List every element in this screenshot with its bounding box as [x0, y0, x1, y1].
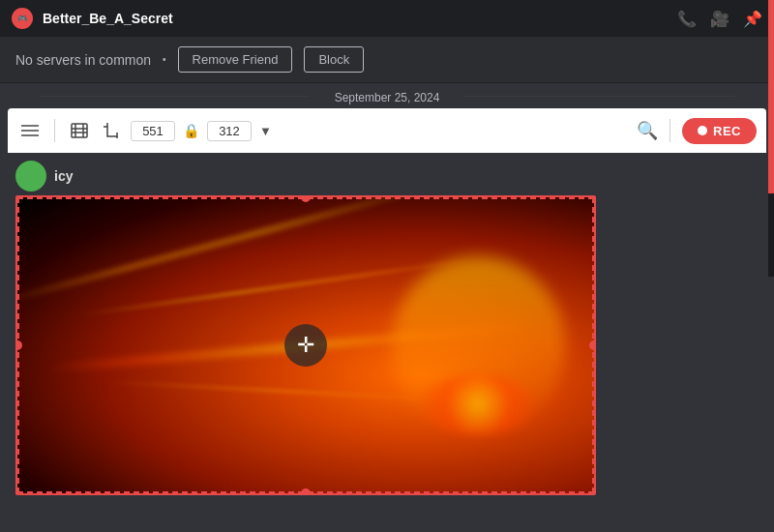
page-title: Better_Be_A_Secret [43, 11, 668, 26]
handle-right-center[interactable] [589, 340, 596, 350]
username-label: icy [54, 168, 73, 184]
width-input[interactable] [131, 121, 175, 141]
red-strip [768, 0, 774, 193]
lock-icon: 🔒 [183, 123, 199, 138]
date-text: September 25, 2024 [335, 91, 440, 104]
dot-separator: • [163, 54, 166, 65]
subheader: No servers in common • Remove Friend Blo… [0, 37, 774, 83]
svg-rect-5 [72, 124, 87, 137]
streak-1 [15, 195, 442, 305]
avatar-row: icy [8, 153, 766, 195]
streak-6 [421, 375, 536, 434]
title-bar: 🎮 Better_Be_A_Secret 📞 🎥 📌 [0, 0, 774, 37]
streak-4 [104, 381, 450, 401]
no-servers-label: No servers in common [15, 52, 151, 68]
toolbar-divider-1 [54, 119, 55, 142]
date-separator: September 25, 2024 [0, 83, 774, 108]
image-container[interactable]: ✛ [15, 195, 596, 495]
rec-button[interactable]: REC [682, 118, 757, 144]
pin-icon[interactable]: 📌 [743, 10, 762, 28]
handle-bottom-center[interactable] [301, 488, 311, 495]
crop-icon-button[interactable] [100, 119, 123, 142]
move-arrows-icon: ✛ [297, 335, 314, 356]
frame-icon-button[interactable] [67, 119, 92, 142]
video-icon[interactable]: 🎥 [710, 10, 729, 28]
content-area: September 25, 2024 [0, 83, 774, 532]
message-area: icy [0, 153, 774, 532]
chevron-down-icon[interactable]: ▼ [259, 124, 272, 138]
block-button[interactable]: Block [304, 46, 364, 73]
search-icon[interactable]: 🔍 [637, 120, 658, 141]
title-bar-icons: 📞 🎥 📌 [677, 10, 762, 28]
move-cursor-icon[interactable]: ✛ [284, 324, 327, 367]
svg-text:🎮: 🎮 [17, 14, 28, 24]
user-avatar [15, 161, 46, 192]
rec-dot-icon [698, 126, 707, 135]
height-input[interactable] [207, 121, 252, 141]
layout-icon-button[interactable] [17, 120, 43, 141]
toolbar-divider-2 [670, 119, 670, 142]
toolbar-bar: 🔒 ▼ 🔍 REC [8, 108, 766, 153]
call-icon[interactable]: 📞 [677, 10, 697, 28]
rec-label: REC [713, 124, 741, 138]
avatar: 🎮 [12, 8, 33, 29]
captured-image: ✛ [15, 195, 596, 495]
remove-friend-button[interactable]: Remove Friend [178, 46, 293, 73]
